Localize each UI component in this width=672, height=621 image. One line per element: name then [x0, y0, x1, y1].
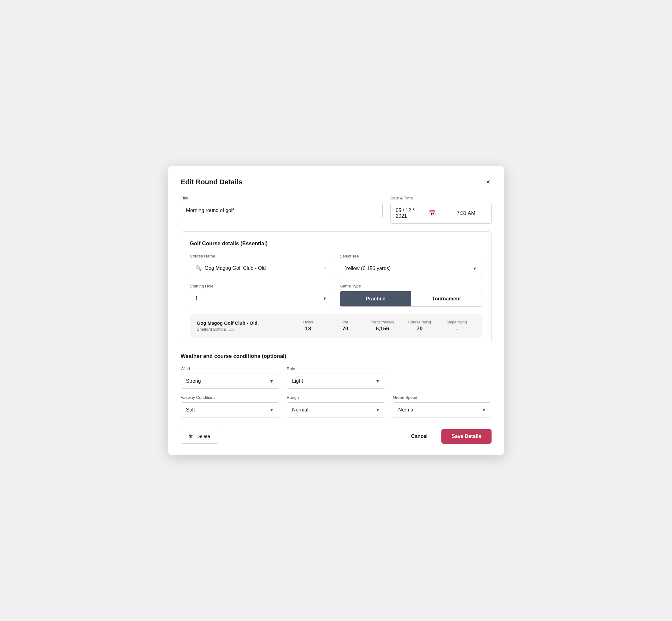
edit-round-modal: Edit Round Details × Title Date & Time 0…: [168, 166, 504, 455]
rough-label: Rough: [287, 395, 385, 400]
starting-hole-group: Starting Hole 1 ▼: [190, 284, 333, 307]
cancel-button[interactable]: Cancel: [405, 429, 434, 444]
starting-hole-value: 1: [195, 296, 198, 301]
time-input[interactable]: 7:31 AM: [441, 203, 492, 224]
datetime-label: Date & Time: [390, 196, 491, 200]
par-value: 70: [342, 326, 348, 332]
footer-right: Cancel Save Details: [405, 429, 492, 444]
fairway-dropdown[interactable]: Soft ▼: [181, 402, 279, 417]
rain-group: Rain Light ▼: [287, 366, 385, 389]
select-tee-value: Yellow (6,156 yards): [345, 266, 390, 272]
wind-dropdown[interactable]: Strong ▼: [181, 374, 279, 389]
title-datetime-row: Title Date & Time 05 / 12 / 2021 📅 7:31 …: [181, 196, 492, 224]
chevron-down-icon: ▼: [269, 407, 274, 412]
datetime-group: Date & Time 05 / 12 / 2021 📅 7:31 AM: [390, 196, 491, 224]
wind-value: Strong: [186, 378, 201, 384]
golf-course-section: Golf Course details (Essential) Course N…: [181, 231, 492, 344]
course-stat-slope-rating: Slope rating -: [438, 320, 475, 332]
course-name-label: Course Name: [190, 254, 333, 258]
yards-value: 6,156: [376, 326, 389, 332]
weather-section-title: Weather and course conditions (optional): [181, 353, 492, 360]
date-time-row: 05 / 12 / 2021 📅 7:31 AM: [390, 203, 491, 224]
course-stat-par: Par 70: [327, 320, 364, 332]
modal-header: Edit Round Details ×: [181, 177, 492, 187]
title-input[interactable]: [181, 203, 383, 218]
calendar-icon: 📅: [429, 210, 436, 217]
course-stat-yards: Yards(Yellow) 6,156: [364, 320, 401, 332]
course-info-box: Gog Magog Golf Club - Old, Shelford Bott…: [190, 314, 482, 338]
chevron-down-icon: ▼: [323, 296, 327, 301]
chevron-down-icon: ▼: [269, 379, 274, 384]
delete-label: Delete: [197, 433, 210, 439]
close-button[interactable]: ×: [485, 177, 492, 187]
modal-title: Edit Round Details: [181, 178, 243, 186]
green-speed-value: Normal: [398, 407, 415, 413]
course-stat-course-rating: Course rating 70: [401, 320, 438, 332]
green-speed-dropdown[interactable]: Normal ▼: [393, 402, 491, 417]
select-tee-label: Select Tee: [340, 254, 482, 258]
trash-icon: 🗑: [189, 433, 194, 439]
rain-value: Light: [292, 378, 303, 384]
wind-label: Wind: [181, 366, 279, 371]
hole-gametype-row: Starting Hole 1 ▼ Game Type Practice Tou…: [190, 284, 482, 307]
green-speed-label: Green Speed: [393, 395, 491, 400]
game-type-group: Game Type Practice Tournament: [340, 284, 482, 307]
slope-rating-label: Slope rating: [447, 320, 467, 324]
delete-button[interactable]: 🗑 Delete: [181, 429, 218, 444]
wind-rain-row: Wind Strong ▼ Rain Light ▼: [181, 366, 492, 389]
rough-group: Rough Normal ▼: [287, 395, 385, 417]
course-info-name-text: Gog Magog Golf Club - Old,: [197, 320, 290, 326]
course-info-name: Gog Magog Golf Club - Old, Shelford Bott…: [197, 320, 290, 332]
starting-hole-dropdown[interactable]: 1 ▼: [190, 291, 333, 306]
holes-label: Holes: [303, 320, 313, 324]
date-value: 05 / 12 / 2021: [395, 208, 426, 219]
yards-label: Yards(Yellow): [371, 320, 394, 324]
golf-section-title: Golf Course details (Essential): [190, 241, 482, 247]
starting-hole-label: Starting Hole: [190, 284, 333, 288]
course-stat-holes: Holes 18: [290, 320, 327, 332]
wind-group: Wind Strong ▼: [181, 366, 279, 389]
rain-label: Rain: [287, 366, 385, 371]
footer-row: 🗑 Delete Cancel Save Details: [181, 424, 492, 444]
course-name-input-wrap[interactable]: 🔍 ×: [190, 261, 333, 275]
select-tee-dropdown[interactable]: Yellow (6,156 yards) ▼: [340, 261, 482, 276]
date-input[interactable]: 05 / 12 / 2021 📅: [390, 203, 441, 224]
game-type-toggle: Practice Tournament: [340, 291, 482, 307]
weather-section: Weather and course conditions (optional)…: [181, 353, 492, 417]
chevron-down-icon: ▼: [473, 266, 477, 271]
fairway-value: Soft: [186, 407, 195, 413]
save-button[interactable]: Save Details: [442, 429, 491, 444]
course-tee-row: Course Name 🔍 × Select Tee Yellow (6,156…: [190, 254, 482, 276]
slope-rating-value: -: [456, 326, 458, 332]
search-icon: 🔍: [195, 265, 202, 271]
tournament-button[interactable]: Tournament: [411, 291, 482, 306]
rain-dropdown[interactable]: Light ▼: [287, 374, 385, 389]
rough-value: Normal: [292, 407, 308, 413]
chevron-down-icon: ▼: [482, 407, 486, 412]
time-value: 7:31 AM: [457, 210, 475, 216]
practice-button[interactable]: Practice: [340, 291, 411, 306]
clear-icon[interactable]: ×: [324, 265, 327, 271]
green-speed-group: Green Speed Normal ▼: [393, 395, 491, 417]
par-label: Par: [342, 320, 348, 324]
title-label: Title: [181, 196, 383, 200]
rough-dropdown[interactable]: Normal ▼: [287, 402, 385, 417]
course-name-group: Course Name 🔍 ×: [190, 254, 333, 276]
course-rating-label: Course rating: [408, 320, 431, 324]
fairway-label: Fairway Conditions: [181, 395, 279, 400]
fairway-group: Fairway Conditions Soft ▼: [181, 395, 279, 417]
course-name-input[interactable]: [205, 265, 321, 271]
fairway-rough-green-row: Fairway Conditions Soft ▼ Rough Normal ▼…: [181, 395, 492, 417]
course-rating-value: 70: [416, 326, 422, 332]
select-tee-group: Select Tee Yellow (6,156 yards) ▼: [340, 254, 482, 276]
chevron-down-icon: ▼: [375, 379, 380, 384]
title-group: Title: [181, 196, 383, 224]
chevron-down-icon: ▼: [375, 407, 380, 412]
course-info-location: Shelford Bottom, UK: [197, 327, 290, 332]
holes-value: 18: [305, 326, 311, 332]
game-type-label: Game Type: [340, 284, 482, 288]
